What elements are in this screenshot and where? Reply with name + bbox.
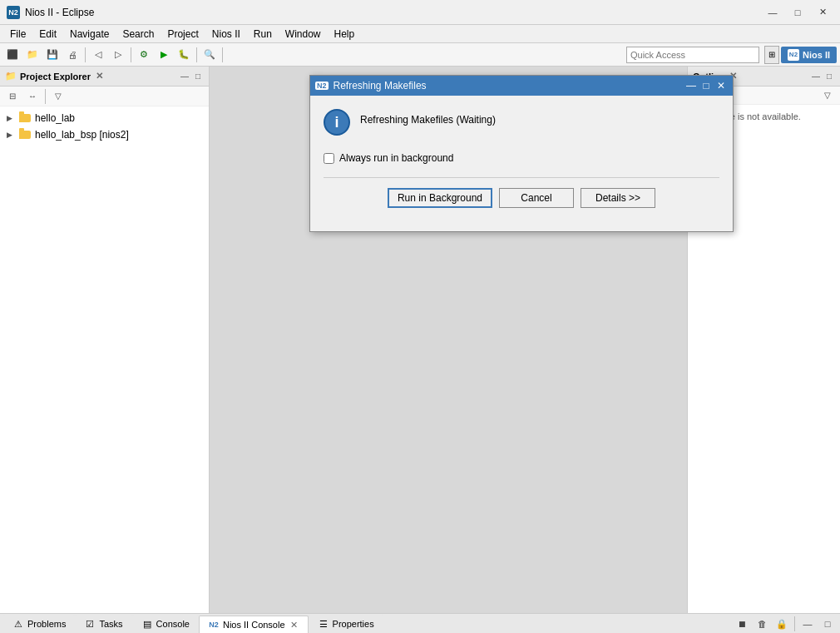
- nios2-console-close[interactable]: ✕: [289, 620, 299, 631]
- collapse-all-button[interactable]: ⊟: [3, 87, 22, 106]
- nios-perspective-icon: N2: [788, 49, 799, 61]
- dialog-message-area: i Refreshing Makefiles (Waiting): [324, 109, 719, 136]
- nios2-console-icon: N2: [208, 619, 220, 631]
- hello-lab-label: hello_lab: [35, 112, 75, 124]
- link-editor-button[interactable]: ↔: [23, 87, 42, 106]
- console-icon: ▤: [141, 618, 153, 630]
- tab-problems[interactable]: ⚠ Problems: [3, 615, 75, 633]
- menu-nios2[interactable]: Nios II: [205, 25, 247, 42]
- tab-console-label: Console: [156, 619, 190, 629]
- info-icon: i: [324, 109, 350, 136]
- explorer-toolbar: ⊟ ↔ ▽: [0, 87, 209, 106]
- explorer-tree: ▶ hello_lab ▶ hello_lab_bsp [nios2]: [0, 106, 209, 613]
- menu-project[interactable]: Project: [161, 25, 205, 42]
- console-scroll-lock-btn[interactable]: 🔒: [773, 615, 791, 633]
- tb-open-button[interactable]: 📁: [23, 46, 42, 64]
- tab-problems-label: Problems: [27, 619, 66, 629]
- hello-lab-bsp-folder-icon: [18, 128, 32, 141]
- console-clear-btn[interactable]: 🗑: [753, 615, 771, 633]
- tb-debug-button[interactable]: 🐛: [175, 46, 193, 64]
- menu-run[interactable]: Run: [247, 25, 279, 42]
- dialog-body: i Refreshing Makefiles (Waiting) Always …: [310, 96, 733, 231]
- tab-properties[interactable]: ☰ Properties: [309, 615, 383, 633]
- menu-bar: File Edit Navigate Search Project Nios I…: [0, 25, 840, 43]
- panel-minimize-btn[interactable]: —: [179, 71, 190, 82]
- tree-item-hello-lab-bsp[interactable]: ▶ hello_lab_bsp [nios2]: [3, 126, 205, 143]
- nios-perspective-label: Nios II: [803, 50, 830, 60]
- bottom-panel-maximize[interactable]: □: [818, 615, 837, 633]
- app-icon: N2: [7, 6, 20, 19]
- bottom-panel-minimize[interactable]: —: [798, 615, 817, 633]
- refreshing-makefiles-dialog: N2 Refreshing Makefiles — □ ✕ i Refreshi…: [309, 75, 734, 232]
- always-run-background-checkbox[interactable]: [324, 153, 334, 164]
- main-area: 📁 Project Explorer ✕ — □ ⊟ ↔ ▽ ▶ hello_l…: [0, 67, 840, 613]
- view-menu-button[interactable]: ▽: [49, 87, 67, 106]
- tab-tasks-label: Tasks: [99, 619, 122, 629]
- menu-file[interactable]: File: [3, 25, 32, 42]
- properties-icon: ☰: [318, 618, 329, 630]
- tb-next-button[interactable]: ▷: [109, 46, 127, 64]
- always-run-background-row: Always run in background: [324, 152, 719, 164]
- project-explorer-title: Project Explorer: [20, 72, 91, 82]
- window-title: Nios II - Eclipse: [25, 7, 94, 18]
- tab-tasks[interactable]: ☑ Tasks: [75, 615, 131, 633]
- tb-build-button[interactable]: ⚙: [135, 46, 153, 64]
- quick-access-box[interactable]: [626, 47, 759, 63]
- tab-nios2-console-label: Nios II Console: [223, 620, 285, 630]
- outline-maximize-btn[interactable]: □: [823, 71, 835, 82]
- close-button[interactable]: ✕: [812, 5, 833, 20]
- always-run-background-label: Always run in background: [339, 152, 453, 164]
- hello-lab-folder-icon: [18, 111, 32, 125]
- center-area: N2 Refreshing Makefiles — □ ✕ i Refreshi…: [210, 67, 687, 613]
- quick-access-input[interactable]: [630, 50, 739, 60]
- title-bar: N2 Nios II - Eclipse — □ ✕: [0, 0, 840, 25]
- nios-perspective-tab[interactable]: N2 Nios II: [781, 47, 837, 63]
- project-explorer-header: 📁 Project Explorer ✕ — □: [0, 67, 209, 87]
- dialog-buttons: Run in Background Cancel Details >>: [324, 188, 719, 218]
- tb-print-button[interactable]: 🖨: [63, 46, 82, 64]
- console-toolbar: ⏹ 🗑 🔒 — □: [733, 615, 837, 633]
- bottom-tabs: ⚠ Problems ☑ Tasks ▤ Console N2 Nios II …: [0, 614, 840, 633]
- tab-properties-label: Properties: [333, 619, 374, 629]
- hello-lab-bsp-label: hello_lab_bsp [nios2]: [35, 129, 129, 141]
- details-button[interactable]: Details >>: [581, 188, 655, 208]
- maximize-button[interactable]: □: [787, 5, 808, 20]
- project-explorer-close[interactable]: ✕: [94, 71, 105, 82]
- tb-save-button[interactable]: 💾: [43, 46, 62, 64]
- tb-prev-button[interactable]: ◁: [89, 46, 107, 64]
- bottom-panel: ⚠ Problems ☑ Tasks ▤ Console N2 Nios II …: [0, 613, 840, 633]
- menu-navigate[interactable]: Navigate: [63, 25, 116, 42]
- tab-console[interactable]: ▤ Console: [132, 615, 199, 633]
- tree-item-hello-lab[interactable]: ▶ hello_lab: [3, 110, 205, 126]
- run-in-background-button[interactable]: Run in Background: [388, 188, 492, 208]
- dialog-titlebar: N2 Refreshing Makefiles — □ ✕: [310, 76, 733, 96]
- outline-minimize-btn[interactable]: —: [810, 71, 822, 82]
- minimize-button[interactable]: —: [762, 5, 783, 20]
- menu-search[interactable]: Search: [116, 25, 161, 42]
- cancel-button[interactable]: Cancel: [499, 188, 574, 208]
- menu-edit[interactable]: Edit: [32, 25, 63, 42]
- menu-help[interactable]: Help: [328, 25, 362, 42]
- dialog-minimize-btn[interactable]: —: [684, 79, 698, 92]
- tb-search-button[interactable]: 🔍: [200, 46, 219, 64]
- problems-icon: ⚠: [12, 618, 24, 630]
- dialog-close-btn[interactable]: ✕: [714, 79, 728, 92]
- tasks-icon: ☑: [84, 618, 96, 630]
- tab-nios2-console[interactable]: N2 Nios II Console ✕: [199, 616, 309, 633]
- toolbar: ⬛ 📁 💾 🖨 ◁ ▷ ⚙ ▶ 🐛 🔍 ⊞ N2 Nios II: [0, 43, 840, 67]
- menu-window[interactable]: Window: [279, 25, 328, 42]
- outline-menu-btn[interactable]: ▽: [818, 87, 837, 105]
- dialog-maximize-btn[interactable]: □: [699, 79, 713, 92]
- perspective-open-button[interactable]: ⊞: [764, 46, 779, 64]
- dialog-overlay: N2 Refreshing Makefiles — □ ✕ i Refreshi…: [210, 67, 687, 613]
- dialog-title-text: Refreshing Makefiles: [334, 80, 427, 91]
- tb-new-button[interactable]: ⬛: [3, 46, 22, 64]
- console-stop-btn[interactable]: ⏹: [733, 615, 751, 633]
- project-explorer-panel: 📁 Project Explorer ✕ — □ ⊟ ↔ ▽ ▶ hello_l…: [0, 67, 210, 613]
- tb-run-button[interactable]: ▶: [155, 46, 173, 64]
- panel-maximize-btn[interactable]: □: [192, 71, 204, 82]
- dialog-message: Refreshing Makefiles (Waiting): [360, 109, 496, 126]
